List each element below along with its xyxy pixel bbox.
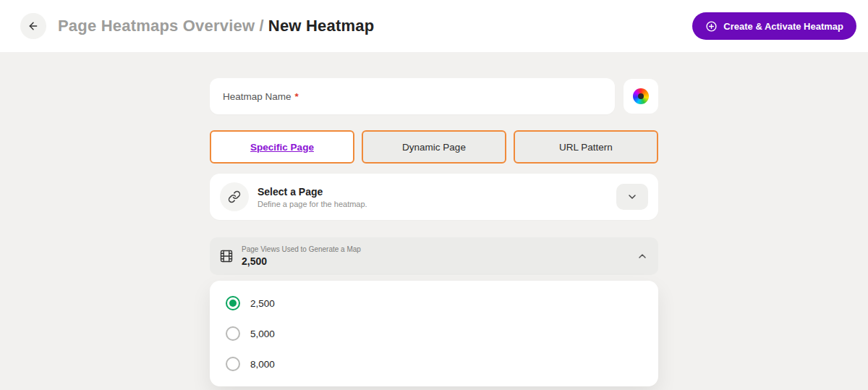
- chevron-up-icon[interactable]: [637, 250, 648, 262]
- required-asterisk: *: [295, 91, 299, 102]
- tab-url-pattern[interactable]: URL Pattern: [514, 130, 658, 164]
- option-5000[interactable]: 5,000: [210, 318, 658, 349]
- select-page-subtitle: Define a page for the heatmap.: [258, 200, 367, 208]
- tab-dynamic-page[interactable]: Dynamic Page: [362, 130, 506, 164]
- page-views-row[interactable]: Page Views Used to Generate a Map 2,500: [210, 237, 658, 275]
- select-page-card[interactable]: Select a Page Define a page for the heat…: [210, 174, 658, 220]
- color-wheel-icon: [633, 88, 649, 104]
- link-icon: [228, 190, 241, 203]
- heatmap-name-row: Heatmap Name *: [210, 78, 658, 114]
- main-content: Heatmap Name * Specific Page Dynamic Pag…: [0, 52, 868, 386]
- select-page-expand-button[interactable]: [616, 184, 648, 210]
- header: Page Heatmaps Overview /New Heatmap Crea…: [0, 0, 868, 52]
- page-views-value: 2,500: [242, 255, 361, 267]
- option-label: 8,000: [250, 359, 275, 370]
- option-2500[interactable]: 2,500: [210, 288, 658, 318]
- radio-icon[interactable]: [226, 326, 240, 341]
- radio-icon[interactable]: [226, 357, 240, 371]
- page-title: Page Heatmaps Overview /New Heatmap: [58, 17, 374, 35]
- breadcrumb-current: New Heatmap: [268, 17, 374, 35]
- page-type-tabs: Specific Page Dynamic Page URL Pattern: [210, 130, 658, 164]
- option-label: 5,000: [250, 328, 275, 339]
- page-views-text: Page Views Used to Generate a Map 2,500: [242, 245, 361, 267]
- link-icon-circle: [220, 182, 249, 211]
- select-page-text: Select a Page Define a page for the heat…: [258, 186, 367, 208]
- select-page-title: Select a Page: [258, 186, 367, 198]
- tab-specific-page[interactable]: Specific Page: [210, 130, 354, 164]
- breadcrumb-parent: Page Heatmaps Overview /: [58, 17, 264, 35]
- radio-icon[interactable]: [226, 296, 240, 310]
- arrow-left-icon: [27, 20, 39, 32]
- option-label: 2,500: [250, 298, 275, 309]
- create-button-label: Create & Activate Heatmap: [723, 21, 843, 32]
- page-views-options-panel: 2,500 5,000 8,000: [210, 281, 658, 386]
- plus-circle-icon: [705, 20, 718, 33]
- back-button[interactable]: [20, 13, 46, 39]
- page-views-label: Page Views Used to Generate a Map: [242, 245, 361, 253]
- film-icon: [220, 250, 233, 263]
- heatmap-name-placeholder: Heatmap Name: [223, 91, 292, 102]
- heatmap-color-button[interactable]: [624, 79, 658, 114]
- chevron-down-icon: [626, 191, 638, 203]
- create-activate-heatmap-button[interactable]: Create & Activate Heatmap: [692, 12, 856, 40]
- heatmap-name-input[interactable]: Heatmap Name *: [210, 78, 615, 114]
- option-8000[interactable]: 8,000: [210, 349, 658, 379]
